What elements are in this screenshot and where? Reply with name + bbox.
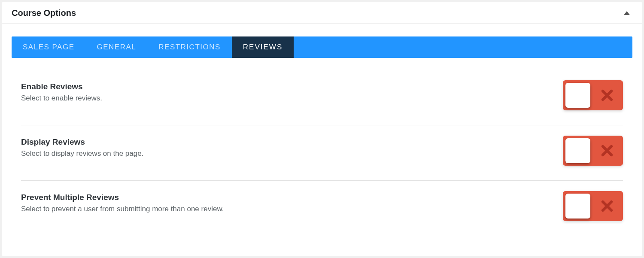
tab-label: REVIEWS xyxy=(243,43,283,52)
course-options-panel: Course Options SALES PAGE GENERAL RESTRI… xyxy=(2,2,642,256)
setting-title: Enable Reviews xyxy=(21,82,102,91)
setting-title: Display Reviews xyxy=(21,137,143,147)
setting-title: Prevent Multiple Reviews xyxy=(21,193,224,202)
tab-restrictions[interactable]: RESTRICTIONS xyxy=(147,36,232,58)
panel-title: Course Options xyxy=(12,8,76,18)
setting-row-prevent-multiple-reviews: Prevent Multiple Reviews Select to preve… xyxy=(21,181,623,236)
toggle-prevent-multiple-reviews[interactable] xyxy=(563,191,623,221)
toggle-display-reviews[interactable] xyxy=(563,136,623,166)
setting-desc: Select to enable reviews. xyxy=(21,94,102,103)
setting-desc: Select to display reviews on the page. xyxy=(21,149,143,158)
setting-row-display-reviews: Display Reviews Select to display review… xyxy=(21,125,623,181)
toggle-knob xyxy=(565,83,590,108)
tabbar: SALES PAGE GENERAL RESTRICTIONS REVIEWS xyxy=(12,36,632,58)
setting-text: Enable Reviews Select to enable reviews. xyxy=(21,82,102,103)
setting-text: Prevent Multiple Reviews Select to preve… xyxy=(21,193,224,213)
toggle-knob xyxy=(565,194,590,219)
panel-header: Course Options xyxy=(2,2,642,24)
tab-label: GENERAL xyxy=(97,43,137,52)
tab-label: RESTRICTIONS xyxy=(158,43,221,52)
setting-text: Display Reviews Select to display review… xyxy=(21,137,143,158)
tab-sales-page[interactable]: SALES PAGE xyxy=(12,36,86,58)
collapse-icon[interactable] xyxy=(624,11,630,15)
settings-list: Enable Reviews Select to enable reviews.… xyxy=(2,58,642,240)
setting-row-enable-reviews: Enable Reviews Select to enable reviews. xyxy=(21,79,623,125)
x-icon xyxy=(601,144,614,157)
x-icon xyxy=(601,200,614,212)
tab-reviews[interactable]: REVIEWS xyxy=(232,36,294,58)
setting-desc: Select to prevent a user from submitting… xyxy=(21,205,224,213)
x-icon xyxy=(601,89,614,102)
toggle-knob xyxy=(565,138,590,163)
toggle-enable-reviews[interactable] xyxy=(563,80,623,110)
tab-general[interactable]: GENERAL xyxy=(86,36,148,58)
tab-label: SALES PAGE xyxy=(23,43,75,52)
